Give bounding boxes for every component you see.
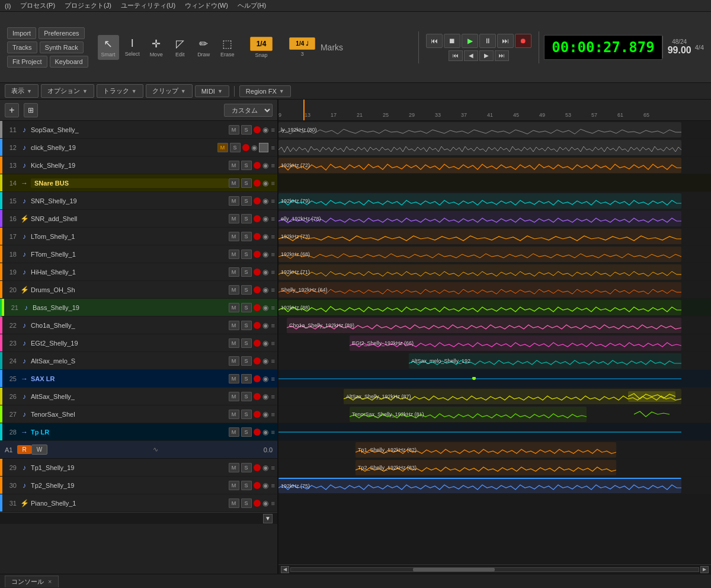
track-row-bus[interactable]: 25 → SAX LR M S ◉ ≡ xyxy=(0,370,277,388)
mute-button[interactable]: M xyxy=(229,178,239,188)
send-icon[interactable]: ◉ xyxy=(262,232,268,241)
mute-button[interactable]: M xyxy=(229,232,239,241)
track-row[interactable]: 21 ♪ Bass_Shelly_19 M S ◉ ≡ xyxy=(0,299,277,317)
solo-button[interactable]: S xyxy=(241,214,252,223)
waveform-clip[interactable]: elly_192kHz (78) xyxy=(278,211,681,226)
mute-button[interactable]: M xyxy=(229,463,239,472)
mute-button[interactable]: M xyxy=(229,481,239,490)
play-button[interactable]: ▶ xyxy=(462,34,478,48)
record-arm[interactable] xyxy=(254,197,261,204)
send-icon[interactable]: ◉ xyxy=(262,197,268,205)
track-fold-arrow[interactable]: ≡ xyxy=(271,482,275,489)
waveform-track-12[interactable] xyxy=(278,139,711,156)
mute-button[interactable]: M xyxy=(229,321,239,330)
send-icon[interactable]: ◉ xyxy=(262,215,268,223)
record-arm[interactable] xyxy=(254,340,261,347)
track-fold-arrow[interactable]: ≡ xyxy=(271,286,275,293)
waveform-clip[interactable]: TenorSax_Shelly_192kHz (81) xyxy=(350,407,587,422)
solo-button[interactable]: S xyxy=(241,196,252,206)
midi-button[interactable]: MIDI ▼ xyxy=(195,85,229,97)
track-row[interactable]: 29 ♪ Tp1_Shelly_19 M S ◉ ≡ xyxy=(0,459,277,477)
scroll-right-button[interactable]: ▶ xyxy=(700,566,709,573)
send-icon[interactable]: ◉ xyxy=(262,268,268,276)
waveform-track-11[interactable]: ly_192kHz (80) xyxy=(278,121,711,139)
record-arm[interactable] xyxy=(254,126,261,133)
record-arm[interactable] xyxy=(254,322,261,329)
track-fold-arrow[interactable]: ≡ xyxy=(271,144,275,151)
waveform-track-26[interactable]: AltSax_Shelly_192kHz (87) xyxy=(278,388,711,405)
send-icon[interactable]: ◉ xyxy=(262,499,268,507)
waveform-track-13[interactable]: 192kHz (72) xyxy=(278,156,711,174)
skip-start-button[interactable]: ⏮ xyxy=(449,50,463,61)
record-arm[interactable] xyxy=(254,251,261,258)
edit-tool[interactable]: ◸ Edit xyxy=(169,35,191,60)
send-icon[interactable]: ◉ xyxy=(262,339,268,347)
folder-button[interactable]: ⊞ xyxy=(24,103,38,117)
clip-button[interactable]: クリップ ▼ xyxy=(146,84,193,98)
marks-button[interactable]: Marks xyxy=(325,40,339,55)
waveform-clip[interactable]: 192kHz (75) xyxy=(278,478,681,493)
menu-help[interactable]: ヘルプ(H) xyxy=(238,1,266,10)
solo-button[interactable]: S xyxy=(241,161,252,170)
import-button[interactable]: Import xyxy=(7,27,36,39)
mute-button[interactable]: M xyxy=(217,143,228,152)
record-arm[interactable] xyxy=(254,500,261,507)
custom-select[interactable]: カスタム xyxy=(224,104,273,117)
track-fold-arrow[interactable]: ≡ xyxy=(271,464,275,471)
send-icon[interactable]: ◉ xyxy=(262,179,268,187)
waveform-track-22[interactable]: Cho1a_Shelly_192kHz (89) xyxy=(278,317,711,334)
record-arm[interactable] xyxy=(254,215,261,222)
solo-button[interactable]: S xyxy=(241,392,252,401)
horizontal-scrollbar[interactable] xyxy=(290,567,699,572)
track-row[interactable]: 24 ♪ AltSax_melo_S M S ◉ ≡ xyxy=(0,352,277,370)
track-row[interactable]: 27 ♪ TenorSax_Shel M S ◉ ≡ xyxy=(0,405,277,423)
mute-button[interactable]: M xyxy=(229,250,239,259)
record-button[interactable]: ⏺ xyxy=(515,34,531,48)
mute-button[interactable]: M xyxy=(229,214,239,223)
record-arm[interactable] xyxy=(254,357,261,365)
solo-button[interactable]: S xyxy=(241,374,252,384)
waveform-area[interactable]: ly_192kHz (80) 192kHz (72) xyxy=(278,121,711,564)
track-fold-arrow[interactable]: ≡ xyxy=(271,340,275,347)
track-row[interactable]: 26 ♪ AltSax_Shelly_ M S ◉ ≡ xyxy=(0,388,277,405)
solo-button[interactable]: S xyxy=(241,125,252,135)
track-fold-arrow[interactable]: ≡ xyxy=(271,429,275,436)
record-arm[interactable] xyxy=(254,429,261,436)
record-arm[interactable] xyxy=(254,411,261,418)
select-tool[interactable]: I Select xyxy=(121,35,143,59)
waveform-track-15[interactable]: 192kHz (79) xyxy=(278,192,711,210)
waveform-clip[interactable]: 192kHz (79) xyxy=(278,193,681,209)
waveform-clip[interactable]: 192kHz (73) xyxy=(278,229,681,244)
waveform-clip[interactable]: 192kHz (71) xyxy=(278,264,681,280)
solo-button[interactable]: S xyxy=(241,356,252,366)
waveform-clip[interactable]: 192kHz (68) xyxy=(278,247,681,262)
track-fold-arrow[interactable]: ≡ xyxy=(271,215,275,222)
mute-button[interactable]: M xyxy=(229,427,239,437)
waveform-track-23[interactable]: EGt2_Shelly_192kHz (66) xyxy=(278,334,711,352)
fit-project-button[interactable]: Fit Project xyxy=(7,56,47,68)
track-fold-arrow[interactable]: ≡ xyxy=(271,393,275,400)
waveform-clip[interactable]: ly_192kHz (80) xyxy=(278,122,681,138)
send-icon[interactable]: ◉ xyxy=(262,321,268,330)
write-button[interactable]: W xyxy=(31,445,47,455)
skip-end-button[interactable]: ⏭ xyxy=(495,50,509,61)
waveform-clip[interactable]: Tp2_Shelly_192kHz (83) xyxy=(356,460,616,475)
send-icon[interactable]: ◉ xyxy=(262,428,268,436)
solo-button[interactable]: S xyxy=(241,321,252,330)
send-icon[interactable]: ◉ xyxy=(262,250,268,258)
record-arm[interactable] xyxy=(254,482,261,489)
solo-button[interactable]: S xyxy=(230,143,241,152)
record-arm[interactable] xyxy=(254,286,261,293)
preferences-button[interactable]: Preferences xyxy=(39,27,84,39)
snap-box[interactable]: 1/4 xyxy=(250,37,273,51)
send-icon[interactable]: ◉ xyxy=(262,303,268,312)
track-row[interactable]: 23 ♪ EGt2_Shelly_19 M S ◉ ≡ xyxy=(0,334,277,352)
solo-button[interactable]: S xyxy=(241,481,252,490)
pause-button[interactable]: ⏸ xyxy=(479,34,496,48)
nudge-right-button[interactable]: ▶ xyxy=(479,50,494,61)
track-fold-arrow[interactable]: ≡ xyxy=(271,197,275,204)
track-fold-arrow[interactable]: ≡ xyxy=(271,162,275,169)
track-fold-arrow[interactable]: ≡ xyxy=(271,500,275,507)
solo-button[interactable]: S xyxy=(241,250,252,259)
track-fold-arrow[interactable]: ≡ xyxy=(271,126,275,133)
